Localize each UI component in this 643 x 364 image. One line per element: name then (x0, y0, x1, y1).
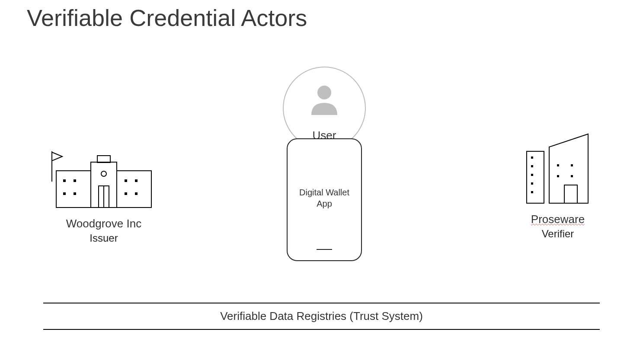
registry-label: Verifiable Data Registries (Trust System… (43, 303, 600, 329)
svg-rect-16 (135, 192, 138, 195)
trust-registry: Verifiable Data Registries (Trust System… (43, 303, 600, 330)
svg-rect-21 (531, 165, 533, 167)
svg-rect-24 (531, 191, 533, 193)
svg-marker-25 (549, 134, 588, 203)
svg-rect-29 (571, 175, 573, 177)
verifier-name: Proseware (515, 213, 601, 226)
holder-actor: User (holder) Digital Wallet App (259, 65, 389, 188)
svg-rect-2 (56, 171, 91, 208)
svg-rect-26 (557, 164, 559, 166)
phone-home-indicator-icon (317, 249, 332, 250)
svg-rect-23 (531, 182, 533, 185)
svg-point-18 (317, 86, 331, 99)
svg-rect-10 (74, 179, 76, 182)
svg-rect-19 (527, 151, 544, 203)
svg-rect-14 (135, 179, 138, 182)
divider-bottom (43, 329, 600, 330)
svg-rect-5 (97, 156, 110, 163)
issuer-name: Woodgrove Inc (48, 217, 160, 230)
svg-rect-12 (74, 192, 76, 195)
verifier-actor: Proseware Verifier (515, 130, 601, 240)
svg-rect-27 (571, 164, 573, 166)
svg-rect-22 (531, 174, 533, 176)
svg-rect-11 (63, 192, 66, 195)
issuer-role: Issuer (48, 232, 160, 244)
issuer-actor: Woodgrove Inc Issuer (48, 143, 160, 244)
svg-rect-20 (531, 156, 533, 159)
office-buildings-icon (515, 130, 601, 208)
slide-title: Verifiable Credential Actors (27, 4, 307, 31)
svg-rect-13 (125, 179, 127, 182)
wallet-app-label: Digital Wallet App (288, 187, 361, 209)
svg-rect-28 (557, 175, 559, 177)
phone-icon: Digital Wallet App (287, 138, 362, 261)
svg-marker-1 (52, 152, 62, 161)
school-building-icon (48, 143, 160, 212)
svg-rect-15 (125, 192, 127, 195)
svg-rect-9 (63, 179, 66, 182)
svg-rect-3 (117, 171, 151, 208)
verifier-role: Verifier (515, 228, 601, 240)
